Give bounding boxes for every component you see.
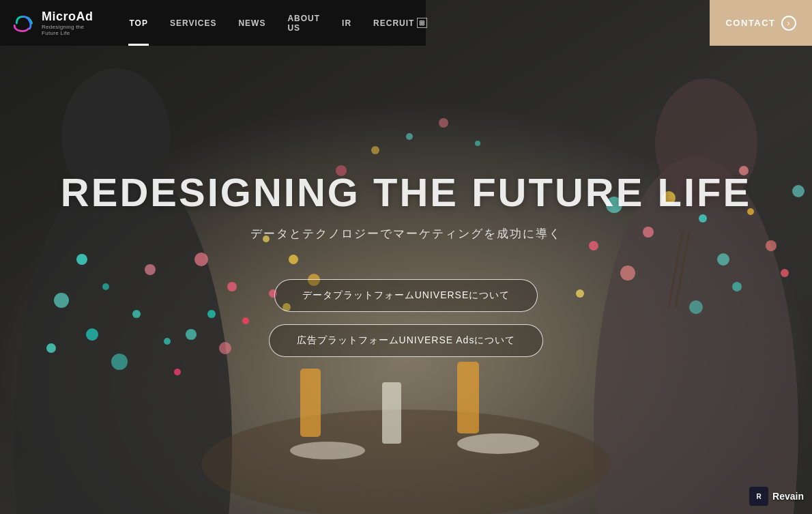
microad-logo-icon xyxy=(12,11,36,35)
recruit-external-icon: ⊞ xyxy=(417,18,427,28)
hero-section: REDESIGNING THE FUTURE LIFE データとテクノロジーでマ… xyxy=(0,0,812,514)
hero-content: REDESIGNING THE FUTURE LIFE データとテクノロジーでマ… xyxy=(0,0,812,514)
revain-badge: R Revain xyxy=(749,487,804,506)
nav-item-news[interactable]: NEWS xyxy=(227,0,276,46)
nav-item-top[interactable]: TOP xyxy=(119,0,159,46)
universe-ads-button[interactable]: 広告プラットフォームUNIVERSE Adsについて xyxy=(269,324,544,357)
contact-button[interactable]: CONTACT › xyxy=(710,0,812,46)
svg-text:R: R xyxy=(756,493,762,500)
contact-arrow-icon: › xyxy=(781,16,796,31)
logo-text-area: MicroAd Redesigning the Future Life xyxy=(42,10,100,36)
nav-item-services[interactable]: SERVICES xyxy=(159,0,227,46)
revain-icon: R xyxy=(749,487,768,506)
navbar: MicroAd Redesigning the Future Life TOP … xyxy=(0,0,426,46)
logo-tagline: Redesigning the Future Life xyxy=(42,24,100,36)
hero-subtitle: データとテクノロジーでマーケティングを成功に導く xyxy=(250,226,562,242)
logo-name: MicroAd xyxy=(42,10,100,24)
nav-item-about-us[interactable]: ABOUT US xyxy=(276,0,331,46)
nav-item-recruit[interactable]: RECRUIT ⊞ xyxy=(362,0,438,46)
universe-data-button[interactable]: データプラットフォームUNIVERSEについて xyxy=(274,279,538,312)
hero-buttons: データプラットフォームUNIVERSEについて 広告プラットフォームUNIVER… xyxy=(269,279,544,357)
nav-links: TOP SERVICES NEWS ABOUT US IR RECRUIT ⊞ xyxy=(119,0,439,46)
revain-text: Revain xyxy=(772,491,804,502)
nav-item-ir[interactable]: IR xyxy=(331,0,362,46)
logo-area[interactable]: MicroAd Redesigning the Future Life xyxy=(0,10,112,36)
contact-label: CONTACT xyxy=(725,18,775,28)
hero-title: REDESIGNING THE FUTURE LIFE xyxy=(61,171,751,214)
